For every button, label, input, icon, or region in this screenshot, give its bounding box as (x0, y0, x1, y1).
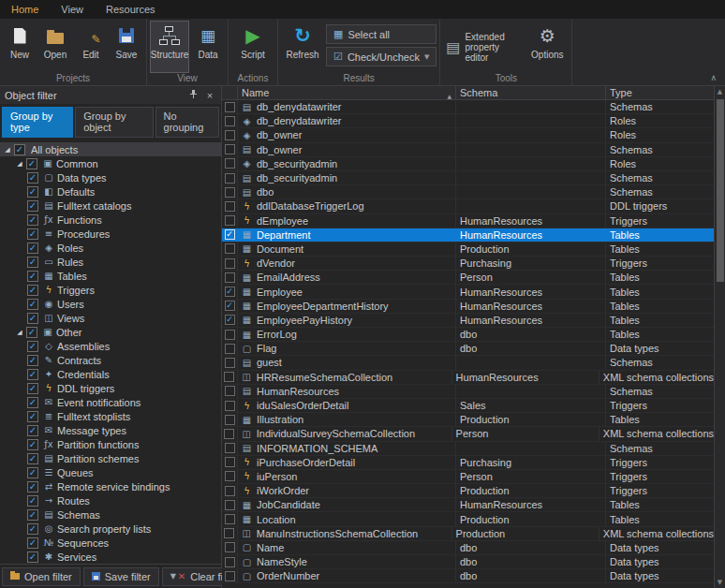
tree-item-fulltext-catalogs[interactable]: ✓▤Fulltext catalogs (0, 198, 221, 213)
tree-item-event-notifications[interactable]: ✓✉Event notifications (0, 395, 221, 409)
table-row[interactable]: ◈db_ownerRoles (222, 128, 714, 142)
tree-checkbox[interactable]: ✓ (27, 200, 38, 212)
row-checkbox[interactable]: ✓ (225, 301, 235, 311)
row-checkbox[interactable] (225, 457, 235, 467)
table-row[interactable]: ▦IllustrationProductionTables (222, 413, 714, 427)
table-row[interactable]: ✓▦EmployeePayHistoryHumanResourcesTables (222, 314, 714, 328)
row-checkbox[interactable] (225, 401, 235, 411)
no-grouping-button[interactable]: No grouping (155, 107, 219, 138)
table-row[interactable]: ▤dboSchemas (222, 185, 714, 199)
tree-item-message-types[interactable]: ✓✉Message types (0, 423, 221, 437)
tree-item-functions[interactable]: ✓ƒxFunctions (0, 213, 221, 227)
tree-checkbox[interactable]: ✓ (27, 481, 38, 492)
tree-item-views[interactable]: ✓◫Views (0, 311, 221, 325)
tree-item-remote-service-bindings[interactable]: ✓⇄Remote service bindings (0, 479, 221, 493)
tree-checkbox[interactable]: ✓ (27, 186, 38, 198)
table-row[interactable]: ▦ErrorLogdboTables (222, 328, 714, 342)
expander-icon[interactable]: ◢ (2, 146, 13, 154)
tree-item-all-objects[interactable]: ◢✓All objects (0, 142, 221, 156)
row-checkbox[interactable] (225, 344, 235, 354)
refresh-button[interactable]: ↻ Refresh (281, 21, 324, 73)
column-header-schema[interactable]: Schema (456, 86, 606, 99)
table-row[interactable]: ▦LocationProductionTables (222, 512, 714, 526)
tree-checkbox[interactable]: ✓ (27, 341, 38, 352)
row-checkbox[interactable] (225, 187, 235, 198)
tree-checkbox[interactable]: ✓ (27, 257, 38, 268)
row-checkbox[interactable] (225, 471, 235, 481)
menu-resources[interactable]: Resources (95, 0, 167, 19)
options-button[interactable]: ⚙ Options (525, 21, 569, 73)
row-checkbox[interactable] (225, 557, 235, 567)
row-checkbox[interactable] (225, 116, 235, 126)
row-checkbox[interactable] (225, 415, 235, 425)
table-row[interactable]: ϟiduSalesOrderDetailSalesTriggers (222, 399, 714, 413)
tree-item-partition-schemes[interactable]: ✓▤Partition schemes (0, 451, 221, 465)
tree-checkbox[interactable]: ✓ (27, 355, 38, 366)
tree-item-ddl-triggers[interactable]: ✓ϟDDL triggers (0, 381, 221, 395)
row-checkbox[interactable]: ✓ (225, 287, 235, 297)
table-row[interactable]: ◫IndividualSurveySchemaCollectionPersonX… (222, 427, 714, 441)
vertical-scrollbar[interactable]: ▲ ▼ (714, 86, 725, 588)
tree-item-assemblies[interactable]: ✓◇Assemblies (0, 339, 221, 353)
tree-item-sequences[interactable]: ✓№Sequences (0, 536, 221, 550)
tree-checkbox[interactable]: ✓ (27, 313, 38, 324)
table-row[interactable]: ϟiuPersonPersonTriggers (222, 470, 714, 484)
select-all-button[interactable]: ▦ Select all (326, 24, 436, 44)
table-row[interactable]: ϟiWorkOrderProductionTriggers (222, 484, 714, 498)
column-header-type[interactable]: Type (606, 86, 714, 99)
tree-checkbox[interactable]: ✓ (26, 158, 37, 169)
table-row[interactable]: ◫HRResumeSchemaCollectionHumanResourcesX… (222, 371, 714, 385)
row-checkbox[interactable] (225, 486, 235, 496)
edit-button[interactable]: ✎ Edit (74, 21, 108, 73)
table-row[interactable]: ▦EmailAddressPersonTables (222, 271, 714, 285)
table-row[interactable]: ϟdVendorPurchasingTriggers (222, 257, 714, 271)
table-row[interactable]: ϟiPurchaseOrderDetailPurchasingTriggers (222, 456, 714, 470)
table-row[interactable]: ◫ManuInstructionsSchemaCollectionProduct… (222, 527, 714, 541)
row-checkbox[interactable] (224, 372, 234, 382)
group-by-object-button[interactable]: Group by object (75, 107, 153, 138)
script-button[interactable]: ▶ Script (231, 21, 274, 73)
table-row[interactable]: ▤db_denydatawriterSchemas (222, 100, 714, 114)
table-row[interactable]: ▤INFORMATION_SCHEMASchemas (222, 442, 714, 456)
row-checkbox[interactable] (225, 571, 235, 581)
table-row[interactable]: ▢NameStyledboData types (222, 555, 714, 569)
tree-item-rules[interactable]: ✓▭Rules (0, 255, 221, 269)
close-icon[interactable]: × (203, 90, 216, 101)
tree-item-triggers[interactable]: ✓ϟTriggers (0, 283, 221, 297)
tree-item-other[interactable]: ◢✓▣Other (0, 325, 221, 339)
tree-item-search-property-lists[interactable]: ✓◎Search property lists (0, 522, 221, 536)
row-checkbox[interactable] (225, 130, 235, 140)
table-row[interactable]: ▤db_securityadminSchemas (222, 171, 714, 185)
ribbon-collapse-chevron-icon[interactable]: ∧ (710, 73, 717, 82)
data-button[interactable]: ▦ Data (191, 21, 225, 73)
extended-property-editor-button[interactable]: ▤ Extended property editor (443, 21, 524, 73)
row-checkbox[interactable] (225, 201, 235, 212)
row-checkbox[interactable]: ✓ (225, 229, 235, 240)
table-row[interactable]: ✓▦DepartmentHumanResourcesTables (222, 228, 714, 243)
row-checkbox[interactable] (225, 144, 235, 154)
tree-item-common[interactable]: ◢✓▣Common (0, 156, 221, 170)
tree-item-contracts[interactable]: ✓✎Contracts (0, 353, 221, 367)
column-header-checkbox[interactable] (222, 86, 238, 99)
tree-item-services[interactable]: ✓✱Services (0, 550, 221, 564)
table-row[interactable]: ✓▦EmployeeHumanResourcesTables (222, 285, 714, 299)
tree-checkbox[interactable]: ✓ (27, 285, 38, 296)
row-checkbox[interactable] (225, 443, 235, 453)
tree-item-roles[interactable]: ✓◈Roles (0, 241, 221, 255)
tree-checkbox[interactable]: ✓ (27, 243, 38, 254)
tree-item-tables[interactable]: ✓▦Tables (0, 269, 221, 283)
row-checkbox[interactable] (225, 330, 235, 340)
tree-checkbox[interactable]: ✓ (27, 369, 38, 380)
scrollbar-down-arrow[interactable]: ▼ (718, 577, 722, 588)
tree-checkbox[interactable]: ✓ (26, 327, 37, 338)
save-button[interactable]: Save (110, 21, 143, 73)
tree-checkbox[interactable]: ✓ (27, 271, 38, 282)
tree-checkbox[interactable]: ✓ (27, 172, 38, 184)
tree-checkbox[interactable]: ✓ (27, 537, 38, 549)
table-row[interactable]: ▢OrderNumberdboData types (222, 569, 714, 583)
tree-item-schemas[interactable]: ✓▤Schemas (0, 507, 221, 522)
table-row[interactable]: ▤guestSchemas (222, 356, 714, 370)
scrollbar-thumb[interactable] (717, 99, 724, 282)
row-checkbox[interactable] (225, 542, 235, 552)
tree-item-users[interactable]: ✓◉Users (0, 297, 221, 311)
